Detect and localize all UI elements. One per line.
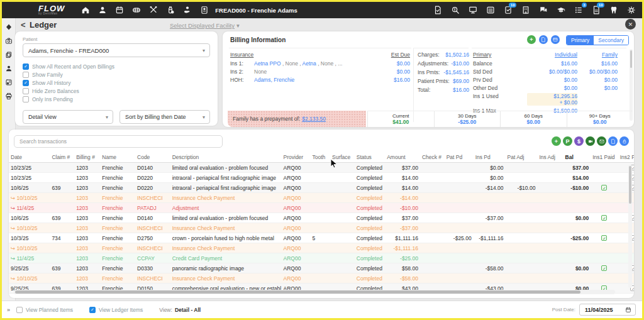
est-due-value: $0.00 [385,60,410,67]
transactions-camera-button[interactable] [586,136,595,146]
imaging-icon[interactable] [469,6,477,14]
column-header-name[interactable]: Name [100,152,135,163]
column-header-description[interactable]: Description [170,152,282,163]
billing-report-icon[interactable] [5,79,13,86]
transactions-lock-button[interactable] [619,136,629,146]
column-header-bal[interactable]: Bal [564,152,591,163]
table-row[interactable]: 10/23/251203FrenchieD0220intraoral - per… [9,173,634,183]
billing-information-panel: Billing Information + PrimarySecondary I… [223,31,634,127]
column-header-ins1_paid[interactable]: Ins1 Paid [591,152,618,163]
column-header-ins_pd[interactable]: Ins Pd [474,152,506,163]
payments-icon[interactable] [183,6,192,14]
ins1-paid-checkbox[interactable]: ✓ [601,185,607,190]
close-button[interactable]: ✕ [625,19,636,30]
treatment-tools-icon[interactable] [149,6,158,14]
table-row[interactable]: 10/6/256391203FrenchieD0220intraoral - p… [9,183,634,193]
table-row[interactable]: 10/3/257341203FrenchieD2750crown - porce… [9,233,634,243]
column-header-check[interactable]: Check # [420,152,445,163]
column-header-amount[interactable]: Amount [385,152,420,163]
billing-card-button[interactable] [551,35,560,44]
table-row[interactable]: 9/25/256391203FrenchieD0330panoramic rad… [9,263,634,273]
transactions-mail-button[interactable] [597,136,606,146]
app-logo[interactable]: FLOW by DentiMax [38,4,65,16]
transactions-plus-button[interactable]: + [552,136,561,146]
search-input[interactable] [14,135,223,148]
column-header-provider[interactable]: Provider [282,152,311,163]
insurance-link[interactable]: Aetna PPO [254,60,281,67]
column-header-pat_adj[interactable]: Pat Adj [506,152,538,163]
column-header-pat_pd[interactable]: Pat Pd [445,152,474,163]
fee-search-icon[interactable] [451,6,460,14]
column-header-ins2_paid[interactable]: Ins2 Paid [618,152,634,163]
toggle-primary[interactable]: Primary [567,36,594,45]
claims-icon[interactable] [433,6,442,14]
insurance-link[interactable]: Adams, Frenchie [254,77,294,83]
bottom-filter-checkbox[interactable] [89,307,96,313]
insurance-link[interactable]: Aetna [303,60,316,67]
billing-plus-button[interactable]: + [527,35,536,44]
expand-sidebar-icon[interactable]: » [7,307,10,313]
benefits-scrollbar[interactable] [630,49,633,121]
settings-gear-icon[interactable] [627,6,636,14]
table-row[interactable]: ↪ 10/10/251203FrenchieINSCHECIInsurance … [9,223,634,233]
ledger-filter-checkbox[interactable] [23,88,29,94]
ins1-paid-checkbox[interactable]: ✓ [601,215,607,221]
bottom-filter-checkbox[interactable] [16,307,23,313]
column-header-status[interactable]: Status [355,152,385,163]
transactions-p-button[interactable]: P [563,136,572,146]
ledger-filter-checkbox[interactable] [23,63,29,70]
column-header-code[interactable]: Code [135,152,170,163]
prepayment-amount-link[interactable]: $2,133.50 [302,116,326,122]
ledger-filter-checkbox[interactable] [23,80,29,86]
documents-icon[interactable]: 10 [592,6,601,14]
column-header-tooth[interactable]: Tooth [311,152,330,163]
patient-icon[interactable] [98,6,107,14]
table-row[interactable]: 10/23/251203FrenchieD0140limited oral ev… [9,163,634,173]
prescriptions-icon[interactable] [166,6,175,14]
ins1-paid-checkbox[interactable]: ✓ [601,265,607,271]
camera-icon[interactable] [5,37,13,45]
checklist-icon[interactable]: 3 [574,6,583,14]
sort-select[interactable]: Sort by Billing then Date▾ [119,110,210,124]
patient-info-icon[interactable] [5,65,13,72]
schedule-icon[interactable] [115,6,124,14]
ledger-filter-checkbox[interactable] [23,96,29,102]
table-row[interactable]: ↪ 10/10/251203FrenchieINSCHECIInsurance … [9,193,634,203]
table-row[interactable]: ↪ 10/10/251203FrenchieINSCHECIInsurance … [9,243,634,253]
learning-icon[interactable] [557,6,565,14]
calendar-icon[interactable] [625,307,631,313]
tooth-chart-icon[interactable] [132,6,141,14]
print-icon[interactable] [5,92,13,100]
table-row[interactable]: ↪ 10/10/251203FrenchieINSCHECIInsurance … [9,273,634,284]
table-horizontal-scrollbar[interactable] [14,290,615,294]
column-header-billing[interactable]: Billing # [74,152,100,163]
view-mode-select[interactable]: Detail View▾ [23,110,113,124]
patient-card-icon[interactable] [200,6,209,14]
billing-file-button[interactable] [539,35,548,44]
copy-icon[interactable] [5,51,13,58]
tooth-icon[interactable] [609,6,618,14]
column-header-date[interactable]: Date [9,152,50,163]
ins1-paid-checkbox[interactable]: ✓ [601,235,607,241]
table-row[interactable]: ↪ 11/4/251203FrenchiePATADJAdjustmentARQ… [9,203,634,213]
post-date-input[interactable] [584,306,620,314]
table-vertical-scrollbar[interactable] [628,165,632,288]
column-header-claim[interactable]: Claim # [50,152,74,163]
tasks-icon[interactable]: 10 [504,6,513,14]
messages-icon[interactable] [539,6,548,14]
reports-list-icon[interactable] [486,6,495,14]
ledger-filter-checkbox[interactable] [23,72,29,78]
back-chevron-icon[interactable]: < [21,20,26,30]
navigator-icon[interactable] [5,23,13,31]
benefit-row: Std Ded$0.00/$0.00$0.00/$0.00 [472,67,626,75]
table-row[interactable]: ↪ 11/4/251203FrenchieCCPAYCredit Card Pa… [9,253,634,263]
transactions-dollar-button[interactable]: $ [574,136,584,146]
toggle-secondary[interactable]: Secondary [594,36,628,45]
transactions-file-button[interactable] [608,136,618,146]
home-icon[interactable] [81,6,90,14]
patient-select[interactable]: Adams, Frenchie - FREAD000 ▾ [23,43,210,57]
table-row[interactable]: 10/6/256391203FrenchieD0140limited oral … [9,213,634,223]
office-icon[interactable] [521,6,530,14]
select-facility-link[interactable]: Select Displayed Facility▾ [170,22,240,29]
column-header-ins_adj[interactable]: Ins Adj [537,152,563,163]
